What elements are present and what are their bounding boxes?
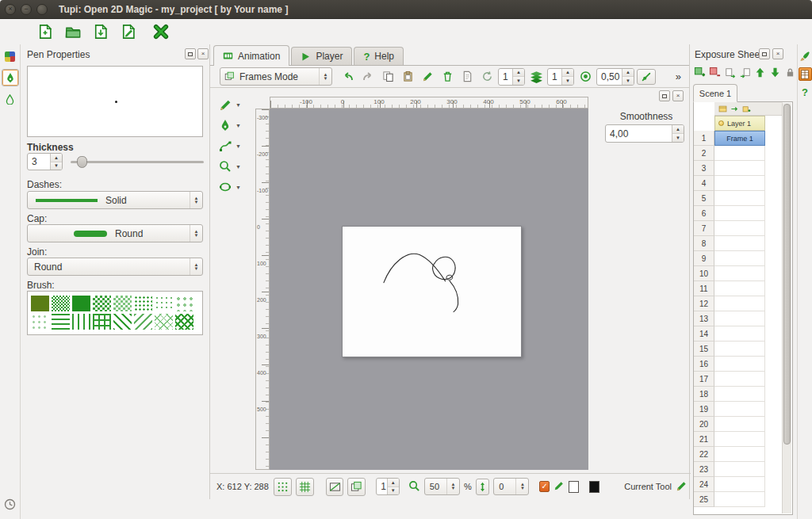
cap-combobox[interactable]: Round ▲▼ <box>27 224 203 242</box>
frames-view-button[interactable] <box>347 478 366 496</box>
frame-cell[interactable] <box>714 417 765 432</box>
zoom-combobox[interactable]: 50 ▲▼ <box>424 478 460 495</box>
layer-state-icon[interactable] <box>718 120 724 126</box>
copy-button[interactable] <box>379 68 396 86</box>
close-panel-button[interactable]: × <box>772 48 783 59</box>
exposure-sheet-dock-tab[interactable] <box>799 67 812 81</box>
border-checkbox[interactable]: ✓ <box>539 481 549 492</box>
spin-buttons[interactable]: ▲▼ <box>622 69 634 85</box>
frame-cell[interactable] <box>714 372 765 387</box>
frame-cell[interactable] <box>714 477 765 492</box>
pen-tool-button[interactable] <box>216 116 234 134</box>
brush-swatch-checker-light[interactable] <box>113 296 132 311</box>
delete-button[interactable] <box>439 68 456 86</box>
spin-buttons[interactable]: ▲▼ <box>561 69 573 85</box>
help-dock-tab[interactable]: ? <box>799 86 812 99</box>
frame-cell[interactable] <box>714 221 765 236</box>
brush-swatch-solid-olive[interactable] <box>31 296 49 311</box>
frame-cell[interactable] <box>714 176 765 191</box>
magnifier-tool-button[interactable] <box>216 158 234 175</box>
exposure-scrollbar[interactable] <box>782 103 791 513</box>
frame-spinbox[interactable]: 1 ▲▼ <box>498 68 525 86</box>
frame-cell[interactable] <box>714 326 765 342</box>
frame-cell[interactable] <box>714 191 765 206</box>
crosshair-tool-button[interactable] <box>151 21 171 42</box>
tab-animation[interactable]: Animation <box>213 45 289 66</box>
fit-vertical-button[interactable] <box>476 479 490 495</box>
layer-view-icon[interactable] <box>718 104 728 114</box>
dashes-combobox[interactable]: Solid ▲▼ <box>27 191 203 209</box>
tool-dropdown-icon[interactable]: ▼ <box>236 123 241 128</box>
undo-button[interactable] <box>339 68 357 86</box>
brush-swatch-h-lines[interactable] <box>52 314 70 330</box>
tool-dropdown-icon[interactable]: ▼ <box>236 102 241 108</box>
undock-panel-button[interactable] <box>185 48 196 59</box>
brush-swatch-dot-grid[interactable] <box>31 314 49 330</box>
frame-cell[interactable] <box>714 146 765 161</box>
frame-cell[interactable] <box>714 206 765 221</box>
add-layer-icon[interactable] <box>741 104 752 114</box>
brush-swatch-diamond-hatch[interactable] <box>175 314 193 330</box>
thickness-slider[interactable] <box>71 153 204 170</box>
tab-player[interactable]: Player <box>291 47 352 65</box>
brush-swatch-diag-left[interactable] <box>134 314 152 330</box>
layer-header[interactable]: Layer 1 <box>714 116 765 131</box>
frame-number-spinbox[interactable]: 1 ▲▼ <box>376 478 400 495</box>
grid-toggle-button[interactable] <box>274 478 292 496</box>
close-button[interactable]: × <box>5 4 16 15</box>
new-document-button[interactable] <box>35 21 56 42</box>
pencil-tool-button[interactable] <box>216 96 234 113</box>
brush-swatch-dots-light[interactable] <box>155 296 173 311</box>
pen-properties-dock-tab[interactable] <box>2 69 19 86</box>
minimize-button[interactable]: − <box>21 4 32 15</box>
frames-mode-combobox[interactable]: Frames Mode ▲▼ <box>220 67 332 86</box>
canvas-background[interactable] <box>270 109 588 470</box>
opacity-spinbox[interactable]: 0,50 ▲▼ <box>596 68 634 86</box>
save-as-button[interactable] <box>118 21 139 42</box>
spin-up-icon[interactable]: ▲ <box>51 154 62 162</box>
smoothness-spinbox[interactable]: 4,00 ▲▼ <box>605 124 684 143</box>
undock-panel-button[interactable] <box>759 48 770 59</box>
open-project-button[interactable] <box>63 21 83 42</box>
brush-swatch-checker-fine[interactable] <box>52 296 70 311</box>
redo-button[interactable] <box>359 68 377 86</box>
remove-frame-button[interactable] <box>708 66 722 79</box>
frame-cell[interactable] <box>714 281 765 296</box>
onion-layers-button[interactable] <box>527 68 545 86</box>
brush-swatch-checker-mid[interactable] <box>93 296 111 311</box>
brush-swatch-diag-right[interactable] <box>113 314 132 330</box>
safe-area-button[interactable] <box>326 478 344 496</box>
brushes-dock-tab[interactable] <box>799 49 812 63</box>
frame-cell[interactable] <box>714 266 765 281</box>
pen-color-swatch[interactable] <box>569 481 579 493</box>
drawing-canvas[interactable] <box>342 226 522 357</box>
tool-dropdown-icon[interactable]: ▼ <box>236 164 241 170</box>
frame-cell[interactable] <box>714 402 765 417</box>
frame-cell[interactable] <box>714 447 765 462</box>
onion-skin-toggle[interactable] <box>576 68 594 86</box>
subgrid-toggle-button[interactable] <box>296 478 314 496</box>
brush-swatch-solid-green[interactable] <box>72 296 90 311</box>
frame-cell[interactable] <box>714 296 765 311</box>
ink-properties-dock-tab[interactable] <box>2 90 19 108</box>
toolbar-overflow-button[interactable]: » <box>676 71 683 82</box>
polyline-tool-button[interactable] <box>216 137 234 155</box>
ellipse-tool-button[interactable] <box>216 178 234 196</box>
thickness-spin-buttons[interactable]: ▲▼ <box>50 154 62 170</box>
thickness-spinbox[interactable]: 3 ▲▼ <box>27 153 63 170</box>
tool-dropdown-icon[interactable]: ▼ <box>236 143 241 149</box>
opacity-slider-button[interactable] <box>637 69 656 85</box>
brush-swatch-grid-hash[interactable] <box>93 314 111 330</box>
loop-button[interactable] <box>478 68 496 86</box>
paste-button[interactable] <box>399 68 416 86</box>
brush-swatch-dots-sparse[interactable] <box>175 296 193 311</box>
close-canvas-button[interactable]: × <box>672 90 684 101</box>
lock-frame-button[interactable] <box>783 66 797 79</box>
save-project-button[interactable] <box>90 21 111 42</box>
frame-cell[interactable] <box>714 311 765 326</box>
spin-buttons[interactable]: ▲▼ <box>672 125 684 142</box>
join-combobox[interactable]: Round ▲▼ <box>27 258 203 276</box>
onion-prev-spinbox[interactable]: 1 ▲▼ <box>547 68 574 86</box>
brush-swatch-diag-cross[interactable] <box>155 314 173 330</box>
frame-cell[interactable] <box>714 236 765 251</box>
